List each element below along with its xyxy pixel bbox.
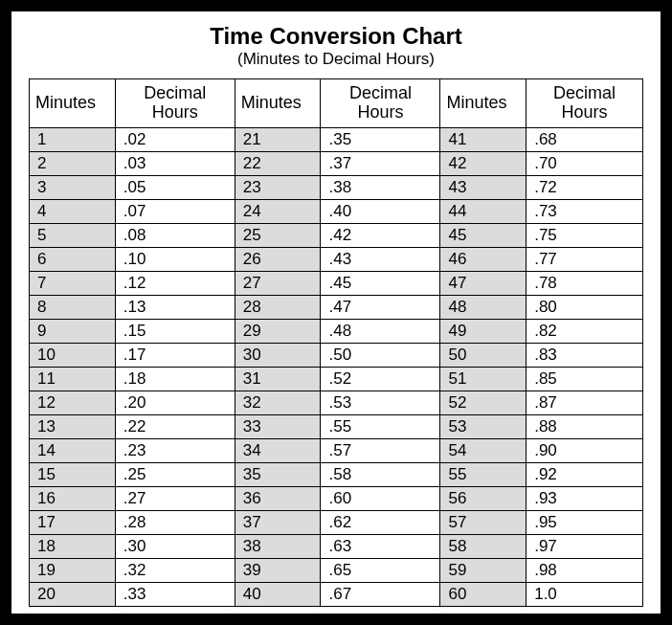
table-row: 19.3239.6559.98 [30,558,643,582]
table-row: 10.1730.5050.83 [30,343,643,367]
chart-title: Time Conversion Chart [29,23,643,50]
cell-decimal: .27 [115,486,235,510]
cell-decimal: .33 [115,582,235,606]
cell-decimal: .93 [526,486,643,510]
cell-minutes: 1 [30,127,116,151]
cell-decimal: .12 [115,271,235,295]
cell-minutes: 52 [440,391,526,414]
table-row: 14.2334.5754.90 [30,438,643,462]
cell-decimal: .65 [321,558,440,582]
cell-minutes: 32 [235,391,321,414]
cell-decimal: .05 [115,175,235,199]
cell-decimal: .67 [321,582,440,606]
cell-minutes: 35 [235,462,321,486]
cell-minutes: 29 [235,319,321,343]
cell-decimal: .45 [321,271,440,295]
cell-decimal: .42 [321,223,440,247]
cell-minutes: 21 [235,127,321,151]
cell-minutes: 53 [440,414,526,438]
cell-decimal: .30 [115,534,235,558]
cell-decimal: .62 [321,510,440,534]
cell-minutes: 14 [30,438,116,462]
cell-decimal: .35 [321,127,440,151]
conversion-table: Minutes Decimal Hours Minutes Decimal Ho… [29,78,643,607]
cell-minutes: 3 [30,175,116,199]
cell-decimal: .87 [526,391,643,414]
cell-minutes: 43 [440,175,526,199]
col-header-minutes: Minutes [30,79,116,128]
cell-decimal: .52 [321,367,440,391]
cell-decimal: .68 [526,127,643,151]
cell-decimal: .07 [115,199,235,223]
cell-minutes: 46 [440,247,526,271]
cell-minutes: 4 [30,199,116,223]
table-row: 7.1227.4547.78 [30,271,643,295]
cell-minutes: 11 [30,367,116,391]
cell-minutes: 51 [440,367,526,391]
cell-decimal: .85 [526,367,643,391]
cell-minutes: 7 [30,271,116,295]
cell-decimal: .13 [115,295,235,319]
cell-minutes: 34 [235,438,321,462]
cell-decimal: .43 [321,247,440,271]
cell-minutes: 13 [30,414,116,438]
cell-minutes: 31 [235,367,321,391]
cell-decimal: .53 [321,391,440,414]
cell-decimal: .03 [115,151,235,175]
cell-minutes: 39 [235,558,321,582]
cell-minutes: 41 [440,127,526,151]
cell-decimal: .92 [526,462,643,486]
cell-decimal: .57 [321,438,440,462]
cell-minutes: 19 [30,558,116,582]
cell-decimal: .37 [321,151,440,175]
cell-minutes: 44 [440,199,526,223]
cell-minutes: 56 [440,486,526,510]
cell-decimal: .88 [526,414,643,438]
cell-minutes: 16 [30,486,116,510]
cell-decimal: .28 [115,510,235,534]
table-row: 11.1831.5251.85 [30,367,643,391]
cell-minutes: 36 [235,486,321,510]
cell-minutes: 6 [30,247,116,271]
cell-minutes: 38 [235,534,321,558]
table-row: 13.2233.5553.88 [30,414,643,438]
table-row: 18.3038.6358.97 [30,534,643,558]
cell-minutes: 12 [30,391,116,414]
cell-minutes: 42 [440,151,526,175]
cell-minutes: 57 [440,510,526,534]
cell-decimal: .48 [321,319,440,343]
cell-decimal: .08 [115,223,235,247]
col-header-decimal: Decimal Hours [321,79,440,128]
chart-subtitle: (Minutes to Decimal Hours) [29,50,643,69]
cell-decimal: .32 [115,558,235,582]
cell-minutes: 24 [235,199,321,223]
cell-minutes: 49 [440,319,526,343]
cell-decimal: .97 [526,534,643,558]
cell-minutes: 10 [30,343,116,367]
cell-decimal: .73 [526,199,643,223]
cell-minutes: 20 [30,582,116,606]
table-row: 5.0825.4245.75 [30,223,643,247]
cell-minutes: 48 [440,295,526,319]
cell-minutes: 59 [440,558,526,582]
table-row: 17.2837.6257.95 [30,510,643,534]
cell-decimal: .72 [526,175,643,199]
cell-minutes: 9 [30,319,116,343]
cell-minutes: 8 [30,295,116,319]
cell-minutes: 17 [30,510,116,534]
table-row: 4.0724.4044.73 [30,199,643,223]
table-row: 6.1026.4346.77 [30,247,643,271]
cell-minutes: 25 [235,223,321,247]
cell-decimal: .18 [115,367,235,391]
cell-minutes: 26 [235,247,321,271]
cell-decimal: .20 [115,391,235,414]
table-row: 2.0322.3742.70 [30,151,643,175]
table-body: 1.0221.3541.682.0322.3742.703.0523.3843.… [30,127,643,606]
cell-minutes: 60 [440,582,526,606]
cell-decimal: .80 [526,295,643,319]
cell-decimal: .77 [526,247,643,271]
table-row: 8.1328.4748.80 [30,295,643,319]
cell-decimal: .50 [321,343,440,367]
cell-minutes: 55 [440,462,526,486]
col-header-decimal: Decimal Hours [526,79,643,128]
